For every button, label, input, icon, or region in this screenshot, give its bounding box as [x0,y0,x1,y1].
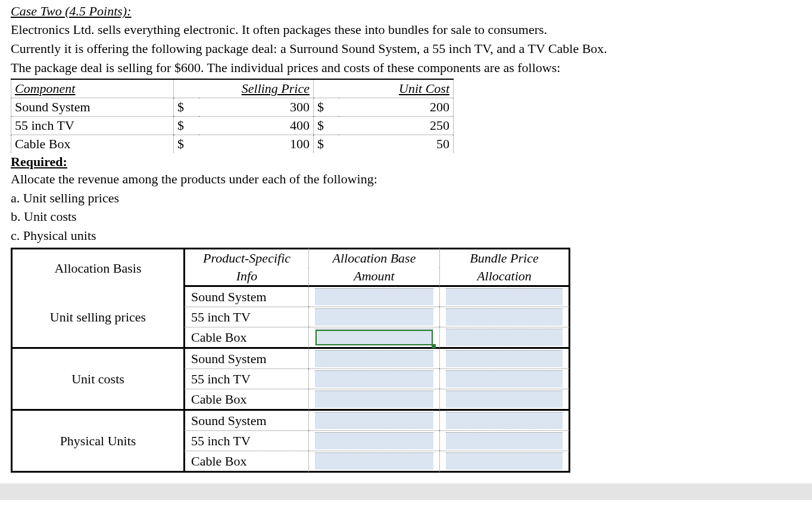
currency-symbol: $ [314,135,339,153]
alloc-header-info-l1: Product-Specific [183,248,308,267]
alloc-allocation-cell[interactable] [439,411,570,430]
alloc-header-info-l2: Info [183,267,308,287]
alloc-amount-input[interactable] [315,329,433,346]
alloc-allocation-cell[interactable] [439,451,570,473]
alloc-amount-input[interactable] [315,288,433,305]
alloc-amount-cell[interactable] [308,411,439,430]
alloc-allocation-input[interactable] [446,391,563,408]
alloc-allocation-input[interactable] [446,288,563,305]
currency-symbol: $ [174,98,199,116]
alloc-header-basis: Allocation Basis [11,248,183,287]
alloc-allocation-input[interactable] [446,370,563,388]
alloc-amount-cell[interactable] [308,327,439,349]
alloc-allocation-cell[interactable] [439,327,570,349]
pricing-price: 100 [199,135,314,153]
intro-line: Electronics Ltd. sells everything electr… [11,20,801,39]
pricing-row: Sound System $ 300 $ 200 [11,98,454,116]
alloc-header-all-l2: Allocation [439,267,570,287]
alloc-allocation-cell[interactable] [439,307,570,327]
currency-symbol: $ [174,116,199,135]
pricing-cost: 200 [339,98,454,116]
pricing-price: 300 [199,98,314,116]
pricing-header-cost: Unit Cost [339,79,454,98]
alloc-product: 55 inch TV [183,368,308,389]
alloc-amount-input[interactable] [315,432,433,449]
pricing-header-spacer [174,79,199,98]
required-heading: Required: [11,154,801,170]
required-item-c: c. Physical units [11,226,801,245]
intro-line: The package deal is selling for $600. Th… [11,58,801,77]
pricing-cost: 50 [339,135,454,153]
alloc-header-amt-l1: Allocation Base [308,248,439,267]
alloc-amount-cell[interactable] [308,389,439,411]
case-title: Case Two (4.5 Points): [11,4,801,19]
alloc-row: Physical UnitsSound System [11,411,570,430]
alloc-amount-cell[interactable] [308,451,439,473]
pricing-component: Cable Box [11,135,174,153]
alloc-basis: Unit selling prices [11,287,183,349]
alloc-product: Sound System [183,287,308,307]
alloc-product: Cable Box [183,451,308,473]
alloc-allocation-input[interactable] [446,329,563,346]
alloc-amount-cell[interactable] [308,287,439,307]
alloc-allocation-input[interactable] [446,452,563,470]
intro-paragraph: Electronics Ltd. sells everything electr… [11,20,801,77]
pricing-component: 55 inch TV [11,116,174,135]
alloc-allocation-input[interactable] [446,350,563,367]
alloc-amount-input[interactable] [315,350,433,367]
alloc-basis: Physical Units [11,411,183,473]
alloc-amount-input[interactable] [315,308,433,326]
alloc-basis: Unit costs [11,349,183,411]
pricing-price: 400 [199,116,314,135]
alloc-allocation-input[interactable] [446,308,563,326]
alloc-amount-cell[interactable] [308,307,439,327]
alloc-product: 55 inch TV [183,430,308,451]
intro-line: Currently it is offering the following p… [11,39,801,58]
alloc-row: Unit costsSound System [11,349,570,368]
allocation-table: Allocation Basis Product-Specific Alloca… [11,248,570,473]
alloc-allocation-cell[interactable] [439,368,570,389]
alloc-amount-input[interactable] [315,370,433,388]
alloc-header-basis-label: Allocation Basis [54,261,141,276]
alloc-allocation-cell[interactable] [439,389,570,411]
alloc-allocation-input[interactable] [446,412,563,429]
alloc-amount-input[interactable] [315,391,433,408]
alloc-allocation-input[interactable] [446,432,563,449]
required-item-b: b. Unit costs [11,207,801,226]
pricing-table: Component Selling Price Unit Cost Sound … [11,79,454,153]
pricing-header-spacer [314,79,339,98]
alloc-amount-input[interactable] [315,412,433,429]
pricing-row: Cable Box $ 100 $ 50 [11,135,454,153]
alloc-header-all-l1: Bundle Price [439,248,570,267]
alloc-product: Sound System [183,411,308,430]
pricing-cost: 250 [339,116,454,135]
pricing-header-price: Selling Price [199,79,314,98]
alloc-amount-cell[interactable] [308,349,439,368]
alloc-product: Sound System [183,349,308,368]
pricing-row: 55 inch TV $ 400 $ 250 [11,116,454,135]
currency-symbol: $ [314,98,339,116]
alloc-header-amt-l2: Amount [308,267,439,287]
alloc-amount-cell[interactable] [308,368,439,389]
alloc-amount-cell[interactable] [308,430,439,451]
alloc-allocation-cell[interactable] [439,349,570,368]
pricing-component: Sound System [11,98,174,116]
alloc-product: Cable Box [183,327,308,349]
alloc-allocation-cell[interactable] [439,430,570,451]
alloc-amount-input[interactable] [315,452,433,470]
alloc-allocation-cell[interactable] [439,287,570,307]
pricing-header-component: Component [11,79,174,98]
required-prompt: Allocate the revenue among the products … [11,170,801,189]
alloc-product: Cable Box [183,389,308,411]
currency-symbol: $ [314,116,339,135]
alloc-product: 55 inch TV [183,307,308,327]
alloc-row: Unit selling pricesSound System [11,287,570,307]
sheet-tab-bar [0,483,812,500]
required-item-a: a. Unit selling prices [11,189,801,208]
currency-symbol: $ [174,135,199,153]
